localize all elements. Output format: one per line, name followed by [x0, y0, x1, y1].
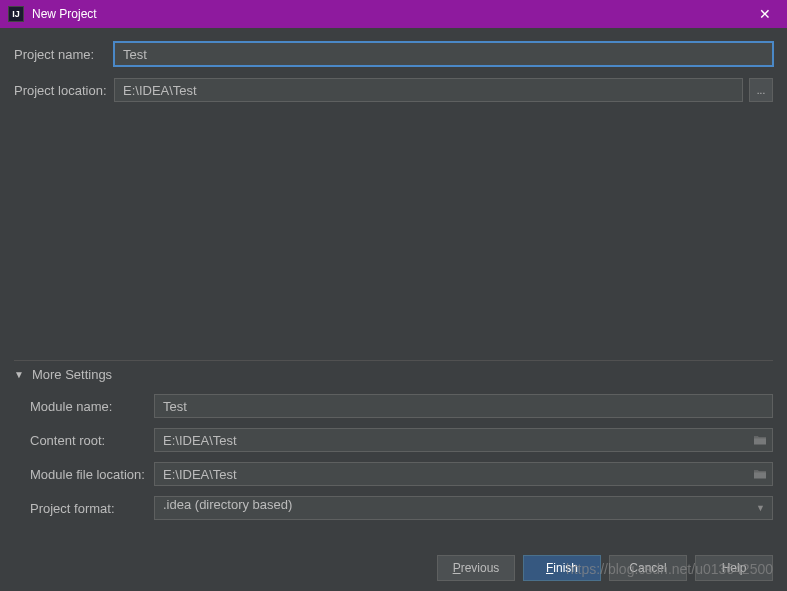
content-root-row: Content root:: [30, 428, 773, 452]
help-button[interactable]: HelpHelp: [695, 555, 773, 581]
browse-location-button[interactable]: ...: [749, 78, 773, 102]
chevron-down-icon: ▼: [14, 369, 24, 380]
more-settings-label: More Settings: [32, 367, 112, 382]
module-name-input[interactable]: [154, 394, 773, 418]
project-name-input[interactable]: [114, 42, 773, 66]
spacer: [14, 114, 773, 360]
more-settings-panel: Module name: Content root: Module file l…: [14, 394, 773, 520]
module-file-location-input[interactable]: [154, 462, 773, 486]
module-file-location-label: Module file location:: [30, 467, 154, 482]
content-root-input[interactable]: [154, 428, 773, 452]
project-name-row: Project name:: [14, 42, 773, 66]
module-name-label: Module name:: [30, 399, 154, 414]
project-format-label: Project format:: [30, 501, 154, 516]
project-location-input[interactable]: [114, 78, 743, 102]
titlebar: IJ New Project ✕: [0, 0, 787, 28]
project-name-label: Project name:: [14, 47, 114, 62]
close-icon[interactable]: ✕: [751, 0, 779, 28]
dialog-content: Project name: Project location: ... ▼ Mo…: [0, 28, 787, 520]
project-format-row: Project format: .idea (directory based) …: [30, 496, 773, 520]
button-bar: PPreviousrevious FinishFinish CancelCanc…: [437, 555, 773, 581]
module-name-row: Module name:: [30, 394, 773, 418]
project-location-row: Project location: ...: [14, 78, 773, 102]
previous-button[interactable]: PPreviousrevious: [437, 555, 515, 581]
project-location-label: Project location:: [14, 83, 114, 98]
finish-button[interactable]: FinishFinish: [523, 555, 601, 581]
cancel-button[interactable]: CancelCancel: [609, 555, 687, 581]
folder-icon[interactable]: [753, 435, 767, 446]
project-format-select[interactable]: .idea (directory based): [154, 496, 773, 520]
module-file-location-row: Module file location:: [30, 462, 773, 486]
more-settings-toggle[interactable]: ▼ More Settings: [14, 360, 773, 388]
folder-icon[interactable]: [753, 469, 767, 480]
window-title: New Project: [32, 7, 751, 21]
app-icon: IJ: [8, 6, 24, 22]
content-root-label: Content root:: [30, 433, 154, 448]
